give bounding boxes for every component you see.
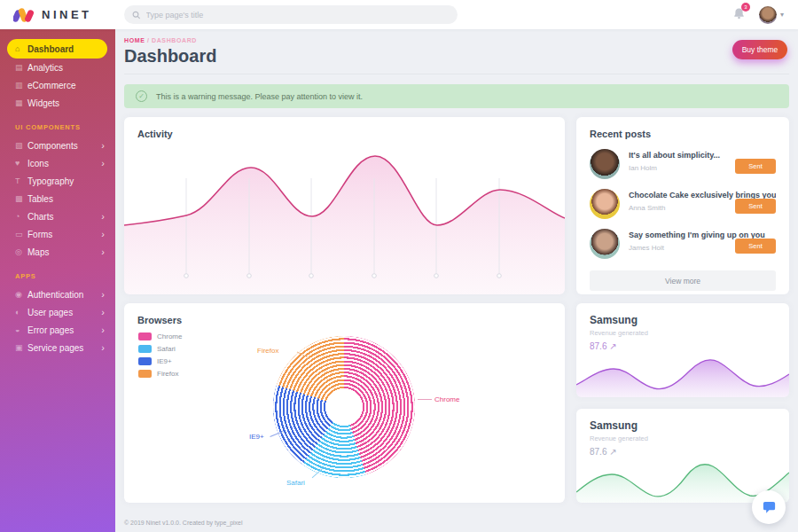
sidebar-item-error-pages[interactable]: ◒ Error pages ›: [0, 321, 115, 339]
sidebar-item-components[interactable]: ▧ Components ›: [0, 137, 115, 154]
legend-item-ie9[interactable]: IE9+: [138, 357, 182, 365]
ie9-slice-label: IE9+: [249, 433, 264, 441]
samsung-card-subtitle: Revenue generated: [590, 329, 789, 337]
main-content: HOME / DASHBOARD Dashboard Buy theme ✓ T…: [115, 29, 798, 532]
chevron-right-icon: ›: [101, 290, 105, 300]
sidebar-item-user-pages[interactable]: ◐ User pages ›: [0, 303, 115, 321]
sidebar-nav: ⌂ Dashboard ▤ Analytics ▥ eCommerce ▦ Wi…: [0, 29, 115, 532]
chevron-right-icon: ›: [101, 212, 105, 222]
revenue-area-chart-purple: [576, 346, 789, 397]
browsers-card-title: Browsers: [124, 303, 565, 325]
sidebar-item-ecommerce[interactable]: ▥ eCommerce: [0, 76, 115, 94]
sidebar-item-typography[interactable]: T Typography: [0, 172, 115, 190]
sidebar-item-icons[interactable]: ♥ Icons ›: [0, 154, 115, 172]
sidebar-item-charts[interactable]: ◔ Charts ›: [0, 207, 115, 225]
sidebar-item-service-pages[interactable]: ▣ Service pages ›: [0, 339, 115, 356]
user-icon: ◐: [15, 308, 27, 317]
home-icon: ⌂: [15, 44, 27, 53]
activity-line-chart: [124, 117, 565, 294]
search-bar[interactable]: [124, 5, 458, 24]
footer-copyright: © 2019 Ninet v1.0.0. Created by type_pix…: [124, 520, 243, 526]
samsung-card-title: Samsung: [576, 409, 789, 432]
analytics-icon: ▤: [15, 63, 27, 72]
notifications-button[interactable]: 3: [732, 7, 746, 23]
table-icon: ▩: [15, 194, 27, 203]
header-actions: 3 ▾: [732, 6, 798, 24]
sent-button[interactable]: Sent: [735, 239, 776, 254]
list-item: Say something I'm giving up on you James…: [590, 229, 776, 259]
trend-up-icon: ↗: [609, 447, 616, 457]
chat-bubble-icon: [762, 500, 777, 515]
cart-icon: ▥: [15, 81, 27, 90]
chevron-down-icon: ▾: [780, 11, 784, 19]
chrome-swatch: [138, 332, 152, 340]
page-title: Dashboard: [124, 46, 789, 66]
breadcrumb-separator: /: [147, 37, 150, 43]
form-icon: ▭: [15, 230, 27, 239]
typography-icon: T: [15, 176, 27, 185]
safari-swatch: [138, 345, 152, 353]
doughnut-hole: [326, 389, 362, 425]
sidebar-item-widgets[interactable]: ▦ Widgets: [0, 94, 115, 112]
legend-item-safari[interactable]: Safari: [138, 345, 182, 353]
chevron-right-icon: ›: [101, 343, 105, 353]
search-input[interactable]: [146, 11, 450, 20]
left-column: Activity: [124, 117, 565, 503]
samsung-card-2: Samsung Revenue generated 87.6 ↗: [576, 409, 789, 503]
ie9-swatch: [138, 357, 152, 365]
sent-button[interactable]: Sent: [735, 159, 776, 174]
legend-item-firefox[interactable]: Firefox: [138, 370, 182, 378]
browsers-legend: Chrome Safari IE9+ Firefox: [138, 332, 182, 382]
chevron-right-icon: ›: [101, 308, 105, 317]
avatar: [590, 229, 620, 259]
recent-posts-title: Recent posts: [576, 117, 789, 139]
firefox-slice-label: Firefox: [257, 347, 278, 355]
list-item: It's all about simplicity... Ian Holm Se…: [590, 149, 776, 179]
avatar: [590, 149, 620, 179]
view-more-button[interactable]: View more: [590, 270, 776, 291]
sidebar-item-authentication[interactable]: ◉ Authentication ›: [0, 286, 115, 303]
samsung-card-title: Samsung: [576, 303, 789, 326]
sidebar-item-maps[interactable]: ◎ Maps ›: [0, 243, 115, 261]
breadcrumb-current: DASHBOARD: [152, 37, 197, 43]
brand-logo[interactable]: NINET: [0, 6, 115, 24]
chevron-right-icon: ›: [101, 159, 105, 168]
sidebar-item-tables[interactable]: ▩ Tables: [0, 190, 115, 207]
breadcrumb-home[interactable]: HOME: [124, 37, 145, 43]
user-avatar: [759, 6, 777, 24]
chat-button[interactable]: [752, 490, 786, 524]
samsung-card-subtitle: Revenue generated: [590, 434, 789, 442]
legend-item-chrome[interactable]: Chrome: [138, 332, 182, 340]
chevron-right-icon: ›: [101, 247, 105, 257]
chevron-right-icon: ›: [101, 325, 105, 335]
sidebar-section-apps: APPS: [0, 261, 115, 286]
avatar: [590, 189, 620, 219]
server-icon: ▣: [15, 343, 27, 352]
revenue-value: 87.6 ↗: [590, 341, 789, 351]
safari-slice-label: Safari: [286, 479, 305, 487]
map-pin-icon: ◎: [15, 247, 27, 256]
chrome-slice-label: Chrome: [434, 395, 459, 403]
buy-theme-button[interactable]: Buy theme: [732, 40, 787, 59]
user-lock-icon: ◉: [15, 290, 27, 299]
trend-up-icon: ↗: [609, 341, 616, 351]
activity-card-title: Activity: [124, 117, 565, 139]
user-menu[interactable]: ▾: [759, 6, 784, 24]
heart-icon: ♥: [15, 159, 27, 168]
sidebar-item-forms[interactable]: ▭ Forms ›: [0, 225, 115, 243]
sent-button[interactable]: Sent: [735, 199, 776, 214]
browsers-card: Browsers Chrome Safari IE9+: [124, 303, 565, 503]
sidebar-item-analytics[interactable]: ▤ Analytics: [0, 59, 115, 76]
brand-name: NINET: [42, 8, 92, 21]
pie-chart-icon: ◔: [15, 212, 27, 221]
ninet-logo-icon: [13, 6, 34, 24]
breadcrumb: HOME / DASHBOARD: [124, 37, 789, 43]
top-header: NINET 3 ▾: [0, 0, 798, 29]
sidebar-item-dashboard[interactable]: ⌂ Dashboard: [7, 39, 107, 59]
revenue-value: 87.6 ↗: [590, 447, 789, 457]
warning-alert: ✓ This is a warning message. Please pay …: [124, 84, 789, 108]
firefox-swatch: [138, 370, 152, 378]
chevron-right-icon: ›: [101, 141, 105, 151]
header-divider: [124, 74, 789, 74]
widgets-icon: ▦: [15, 98, 27, 107]
